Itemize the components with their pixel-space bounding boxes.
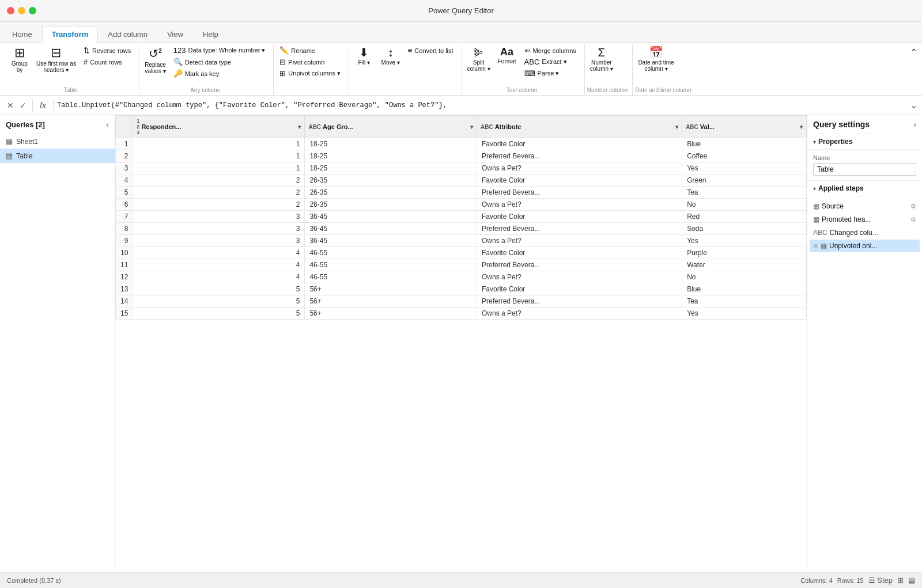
datetime-column-label: Date and timecolumn ▾ <box>638 59 674 72</box>
cell-attribute: Preferred Bevera... <box>477 187 682 199</box>
table-row: 9 3 36-45 Owns a Pet? Yes <box>116 235 807 247</box>
step-gear-icon[interactable]: ⚙ <box>910 203 916 210</box>
cell-respondent: 1 <box>133 162 305 174</box>
mark-as-key-button[interactable]: 🔑 Mark as key <box>170 68 269 79</box>
statusbar-right: Columns: 4 Rows: 15 ☰ Step ⊞ ▤ <box>800 576 915 585</box>
tab-view[interactable]: View <box>157 26 193 42</box>
unpivot-columns-button[interactable]: ⊞ Unpivot columns ▾ <box>276 68 343 79</box>
cell-attribute: Owns a Pet? <box>477 235 682 247</box>
pivot-column-button[interactable]: ⊟ Pivot column <box>276 56 343 67</box>
age-group-dropdown[interactable]: ▾ <box>470 124 473 130</box>
maximize-button[interactable] <box>29 7 36 14</box>
format-button[interactable]: Aa Format <box>494 45 520 66</box>
move-button[interactable]: ↕ Move ▾ <box>378 45 403 67</box>
ribbon-group-pivot: ✏️ Rename ⊟ Pivot column ⊞ Unpivot colum… <box>274 45 349 95</box>
row-number: 15 <box>116 308 133 320</box>
formula-chevron[interactable]: ⌄ <box>910 100 917 111</box>
data-type-button[interactable]: 123 Data type: Whole number ▾ <box>170 45 269 56</box>
applied-steps-section-label: Applied steps <box>818 184 864 192</box>
datetime-group-items: 📅 Date and timecolumn ▾ <box>635 45 677 86</box>
group-by-button[interactable]: ⊞ Groupby <box>7 45 32 75</box>
merge-icon: ⇐ <box>524 46 531 55</box>
col-header-attribute[interactable]: ABC Attribute ▾ <box>477 116 682 138</box>
cell-value: Water <box>682 259 807 271</box>
step-gear-icon[interactable]: ⚙ <box>910 216 916 223</box>
formula-separator2 <box>53 100 54 111</box>
number-column-button[interactable]: Σ Numbercolumn ▾ <box>587 45 616 74</box>
column-view-button[interactable]: ▤ <box>908 576 915 585</box>
row-number: 4 <box>116 174 133 187</box>
number-column-label: Numbercolumn ▾ <box>590 59 613 72</box>
properties-section-header[interactable]: ▾ Properties <box>807 134 922 150</box>
fill-small-buttons: ≡ Convert to list <box>405 45 457 56</box>
respondent-dropdown[interactable]: ▾ <box>298 124 301 130</box>
tab-add-column[interactable]: Add column <box>98 26 157 42</box>
count-rows-button[interactable]: # Count rows <box>80 56 134 67</box>
step-item-source[interactable]: ▦ Source ⚙ <box>810 200 920 213</box>
replace-values-button[interactable]: ↺2 Replacevalues ▾ <box>142 45 169 76</box>
step-item-changed-column-type[interactable]: ABC Changed colu... <box>810 226 920 239</box>
value-dropdown[interactable]: ▾ <box>800 124 803 130</box>
step-delete-icon[interactable]: ✕ <box>813 242 818 250</box>
name-input[interactable] <box>813 163 916 176</box>
number-group-label: Number column <box>587 86 628 95</box>
query-settings-header: Query settings › <box>807 115 922 134</box>
fill-button[interactable]: ⬇ Fill ▾ <box>352 45 377 67</box>
applied-steps-chevron-icon: ▾ <box>813 185 816 192</box>
cell-value: Yes <box>682 235 807 247</box>
query-item-sheet1[interactable]: ▦ Sheet1 <box>0 134 115 149</box>
fx-label: fx <box>36 101 50 110</box>
formula-input[interactable] <box>57 101 906 109</box>
tab-home[interactable]: Home <box>2 26 42 42</box>
mark-as-key-label: Mark as key <box>185 70 219 77</box>
table-row: 13 5 56+ Favorite Color Blue <box>116 283 807 295</box>
parse-button[interactable]: ⌨ Parse ▾ <box>521 68 580 79</box>
close-button[interactable] <box>7 7 14 14</box>
respondent-col-name: Responden... <box>141 123 181 130</box>
step-icon: ▦ <box>813 215 819 223</box>
cell-respondent: 1 <box>133 138 305 150</box>
cell-respondent: 4 <box>133 247 305 259</box>
row-number: 10 <box>116 247 133 259</box>
table-small-buttons: ⇅ Reverse rows # Count rows <box>80 45 134 67</box>
tab-transform[interactable]: Transform <box>42 26 99 43</box>
unpivot-columns-label: Unpivot columns ▾ <box>288 70 340 77</box>
properties-chevron-icon: ▾ <box>813 139 816 145</box>
query-panel-header: Queries [2] ‹ <box>0 115 115 134</box>
table-group-items: ⊞ Groupby ⊟ Use first row asheaders ▾ ⇅ … <box>7 45 134 86</box>
step-item-unpivoted-columns[interactable]: ✕ ▦ Unpivoted onl... <box>810 240 920 252</box>
ribbon-collapse[interactable]: ⌃ <box>910 45 917 95</box>
tab-help[interactable]: Help <box>193 26 228 42</box>
count-rows-label: Count rows <box>90 59 122 66</box>
step-button[interactable]: ☰ Step <box>868 576 893 585</box>
query-panel-toggle[interactable]: ‹ <box>106 120 109 129</box>
rename-button[interactable]: ✏️ Rename <box>276 45 343 56</box>
age-group-col-name: Age Gro... <box>323 123 353 130</box>
col-header-age-group[interactable]: ABC Age Gro... ▾ <box>305 116 477 138</box>
use-first-row-button[interactable]: ⊟ Use first row asheaders ▾ <box>33 45 79 75</box>
attribute-dropdown[interactable]: ▾ <box>675 124 678 130</box>
col-header-value[interactable]: ABC Val... ▾ <box>682 116 807 138</box>
formula-cancel-button[interactable]: ✕ <box>5 100 16 111</box>
cell-age-group: 26-35 <box>305 174 477 187</box>
minimize-button[interactable] <box>18 7 25 14</box>
extract-button[interactable]: ABC Extract ▾ <box>521 56 580 67</box>
cell-value: Blue <box>682 283 807 295</box>
table-label: Table <box>16 152 33 160</box>
reverse-rows-button[interactable]: ⇅ Reverse rows <box>80 45 134 56</box>
convert-to-list-button[interactable]: ≡ Convert to list <box>405 45 457 56</box>
query-item-table[interactable]: ▦ Table <box>0 149 115 163</box>
cell-age-group: 36-45 <box>305 211 477 223</box>
step-item-promoted-headers[interactable]: ▦ Promoted hea... ⚙ <box>810 213 920 226</box>
formula-confirm-button[interactable]: ✓ <box>17 100 29 111</box>
col-header-respondent[interactable]: 123 Responden... ▾ <box>133 116 305 138</box>
data-area[interactable]: 123 Responden... ▾ ABC Age Gro... <box>115 115 807 572</box>
applied-steps-section-header[interactable]: ▾ Applied steps <box>807 181 922 196</box>
detect-data-type-button[interactable]: 🔍 Detect data type <box>170 56 269 67</box>
merge-columns-button[interactable]: ⇐ Merge columns <box>521 45 580 56</box>
datetime-column-button[interactable]: 📅 Date and timecolumn ▾ <box>635 45 677 74</box>
query-settings-toggle[interactable]: › <box>913 120 916 129</box>
split-column-button[interactable]: ⫸ Splitcolumn ▾ <box>464 45 493 74</box>
table-view-button[interactable]: ⊞ <box>897 576 904 585</box>
row-number: 7 <box>116 211 133 223</box>
